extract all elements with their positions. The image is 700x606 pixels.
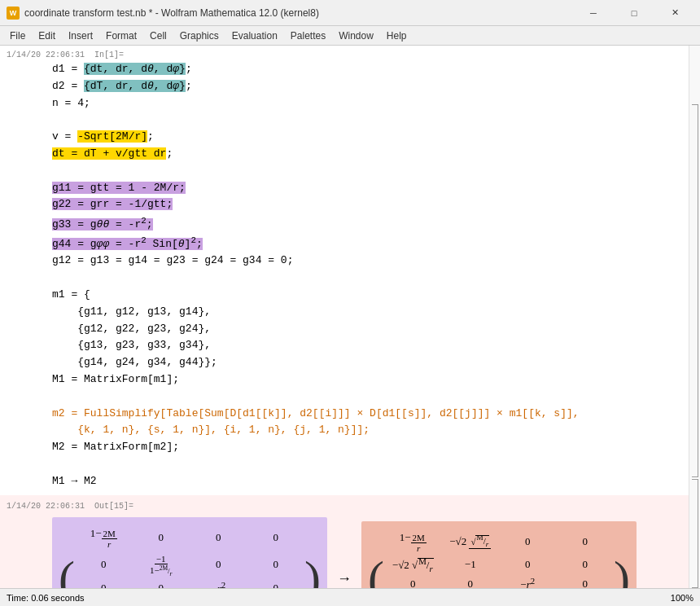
menu-help[interactable]: Help bbox=[380, 26, 413, 45]
m24: 0 bbox=[256, 558, 296, 571]
code-line-7 bbox=[52, 163, 672, 180]
minimize-button[interactable]: ─ bbox=[575, 0, 612, 26]
cell-bracket-output bbox=[692, 479, 698, 588]
r31: 0 bbox=[392, 577, 433, 588]
right-margin bbox=[689, 46, 700, 588]
menu-format[interactable]: Format bbox=[99, 26, 143, 45]
code-block[interactable]: d1 = {dt, dr, dθ, dφ}; d2 = {dT, dr, dθ,… bbox=[52, 59, 672, 492]
menu-bar: File Edit Insert Format Cell Graphics Ev… bbox=[0, 26, 700, 46]
status-text: Time: 0.06 seconds bbox=[7, 593, 85, 603]
code-line-1: d1 = {dt, dr, dθ, dφ}; bbox=[52, 61, 672, 78]
code-line-5: v = -Sqrt[2M/r]; bbox=[52, 129, 672, 146]
app-icon: W bbox=[7, 7, 20, 20]
left-paren: ( bbox=[59, 554, 75, 588]
r23: 0 bbox=[507, 558, 548, 571]
code-line-18: {g14, g24, g34, g44}}; bbox=[52, 354, 672, 371]
zoom-level: 100% bbox=[671, 593, 693, 603]
lhs-matrix-grid: 1−2Mr 0 0 0 0 −11−2M/r 0 0 0 0 −r2 0 bbox=[75, 524, 304, 588]
input-label: 1/14/20 22:06:31 In[1]= bbox=[0, 49, 689, 59]
r33: −r2 bbox=[507, 576, 548, 588]
notebook[interactable]: 1/14/20 22:06:31 In[1]= d1 = {dt, dr, dθ… bbox=[0, 46, 689, 588]
code-line-2: d2 = {dT, dr, dθ, dφ}; bbox=[52, 78, 672, 95]
status-bar: Time: 0.06 seconds 100% bbox=[0, 588, 700, 606]
r21: −√2 √M/r bbox=[392, 556, 434, 573]
main-area: 1/14/20 22:06:31 In[1]= d1 = {dt, dr, dθ… bbox=[0, 46, 700, 588]
code-line-3: n = 4; bbox=[52, 95, 672, 112]
code-line-12: g12 = g13 = g14 = g23 = g24 = g34 = 0; bbox=[52, 253, 672, 270]
output-label: 1/14/20 22:06:31 Out[15]= bbox=[0, 498, 689, 511]
code-line-15: {g11, g12, g13, g14}, bbox=[52, 304, 672, 321]
code-line-6: dt = dT + v/gtt dr; bbox=[52, 146, 672, 163]
code-line-13 bbox=[52, 270, 672, 287]
right-right-paren: ) bbox=[614, 554, 630, 588]
r22: −1 bbox=[450, 558, 491, 571]
code-line-9: g22 = grr = -1/gtt; bbox=[52, 196, 672, 213]
right-paren: ) bbox=[304, 554, 321, 588]
code-line-4 bbox=[52, 112, 672, 129]
menu-graphics[interactable]: Graphics bbox=[173, 26, 225, 45]
right-left-paren: ( bbox=[368, 554, 384, 588]
title-bar: W coordinate transform test.nb * - Wolfr… bbox=[0, 0, 700, 26]
m31: 0 bbox=[83, 582, 124, 588]
code-line-8: g11 = gtt = 1 - 2M/r; bbox=[52, 180, 672, 197]
maximize-button[interactable]: □ bbox=[615, 0, 653, 26]
code-line-20 bbox=[52, 389, 672, 406]
cell-bracket-input bbox=[692, 104, 698, 477]
window-title: coordinate transform test.nb * - Wolfram… bbox=[24, 7, 575, 19]
code-line-19: M1 = MatrixForm[m1]; bbox=[52, 371, 672, 389]
matrix-output: ( 1−2Mr 0 0 0 0 −11−2M/r 0 0 0 bbox=[0, 511, 689, 588]
transform-arrow: → bbox=[337, 570, 352, 587]
code-line-21: m2 = FullSimplify[Table[Sum[D[d1[[k]], d… bbox=[52, 406, 672, 423]
r32: 0 bbox=[450, 577, 491, 588]
m14: 0 bbox=[256, 531, 296, 544]
menu-evaluation[interactable]: Evaluation bbox=[225, 26, 284, 45]
r12: −√2 √M/r bbox=[449, 534, 491, 550]
m32: 0 bbox=[141, 582, 182, 588]
m13: 0 bbox=[198, 531, 238, 544]
lhs-matrix: ( 1−2Mr 0 0 0 0 −11−2M/r 0 0 0 bbox=[52, 517, 327, 588]
r34: 0 bbox=[565, 577, 606, 588]
r24: 0 bbox=[565, 558, 606, 571]
m23: 0 bbox=[198, 558, 238, 571]
menu-edit[interactable]: Edit bbox=[32, 26, 62, 45]
code-line-17: {g13, g23, g33, g34}, bbox=[52, 337, 672, 354]
code-line-14: m1 = { bbox=[52, 287, 672, 304]
output-section: 1/14/20 22:06:31 Out[15]= ( 1−2Mr 0 0 0 … bbox=[0, 495, 689, 588]
m34: 0 bbox=[256, 582, 296, 588]
menu-file[interactable]: File bbox=[3, 26, 32, 45]
rhs-matrix-grid: 1−2Mr −√2 √M/r 0 0 −√2 √M/r −1 0 0 0 0 −… bbox=[384, 528, 614, 588]
code-line-11: g44 = gφφ = -r2 Sin[θ]2; bbox=[52, 233, 672, 253]
menu-cell[interactable]: Cell bbox=[143, 26, 173, 45]
m21: 0 bbox=[83, 558, 124, 571]
menu-insert[interactable]: Insert bbox=[62, 26, 99, 45]
menu-palettes[interactable]: Palettes bbox=[284, 26, 332, 45]
r11: 1−2Mr bbox=[392, 531, 433, 553]
code-line-10: g33 = gθθ = -r2; bbox=[52, 213, 672, 233]
m22: −11−2M/r bbox=[141, 552, 182, 577]
m11: 1−2Mr bbox=[83, 527, 124, 549]
code-line-16: {g12, g22, g23, g24}, bbox=[52, 321, 672, 338]
m12: 0 bbox=[141, 531, 182, 544]
code-line-23: M2 = MatrixForm[m2]; bbox=[52, 439, 672, 456]
input-section: 1/14/20 22:06:31 In[1]= d1 = {dt, dr, dθ… bbox=[0, 46, 689, 495]
rhs-matrix: ( 1−2Mr −√2 √M/r 0 0 −√2 √M/r −1 0 0 0 bbox=[361, 521, 637, 588]
code-line-24 bbox=[52, 456, 672, 473]
r14: 0 bbox=[565, 535, 606, 548]
code-line-25: M1 → M2 bbox=[52, 473, 672, 490]
window-controls: ─ □ ✕ bbox=[575, 0, 693, 26]
m33: −r2 bbox=[198, 580, 238, 588]
close-button[interactable]: ✕ bbox=[656, 0, 693, 26]
menu-window[interactable]: Window bbox=[332, 26, 380, 45]
r13: 0 bbox=[507, 535, 548, 548]
code-line-22: {k, 1, n}, {s, 1, n}], {i, 1, n}, {j, 1,… bbox=[52, 422, 672, 439]
